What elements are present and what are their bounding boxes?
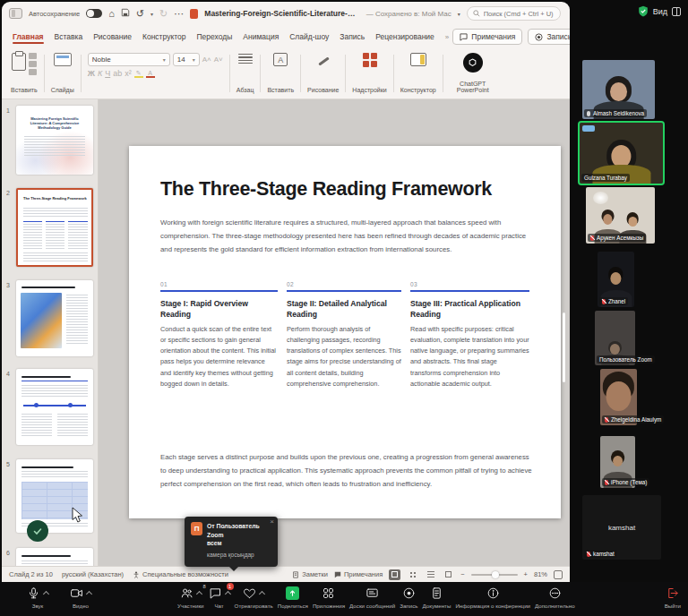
chat-notification[interactable]: × П От Пользователь Zoom всем камера қос…: [185, 517, 278, 567]
record-meeting-button[interactable]: Запись: [400, 586, 417, 609]
chevron-up-icon[interactable]: [43, 591, 49, 597]
comments-statusbar-button[interactable]: Примечания: [334, 570, 383, 578]
highlight-color-icon[interactable]: ✎: [134, 70, 143, 78]
chevron-up-icon[interactable]: [86, 591, 92, 597]
whiteboards-button[interactable]: Доски сообщений: [349, 586, 395, 609]
chevron-up-icon[interactable]: [259, 591, 265, 597]
slide-indicator[interactable]: Слайд 2 из 10: [9, 570, 53, 578]
apps-button[interactable]: Приложения: [313, 586, 345, 609]
saved-status[interactable]: — Сохранено в: Мой Mac: [366, 10, 452, 18]
slide-canvas[interactable]: The Three-Stage Reading Framework Workin…: [99, 99, 570, 566]
tab-slideshow[interactable]: Слайд-шоу: [289, 28, 329, 46]
record-button[interactable]: Запись: [528, 29, 570, 45]
participant-tile[interactable]: iPhone (Тема): [600, 436, 635, 488]
format-painter-icon[interactable]: [29, 69, 37, 75]
participant-tile[interactable]: Almash Seidikenova: [582, 60, 655, 119]
participants-button[interactable]: 8 Участники: [177, 586, 204, 609]
zoom-view-control[interactable]: Вид: [638, 5, 681, 17]
leave-meeting-button[interactable]: Выйти: [665, 586, 681, 609]
zoom-level[interactable]: 81%: [534, 570, 547, 578]
tab-review[interactable]: Рецензирование: [375, 28, 434, 46]
tab-transitions[interactable]: Переходы: [196, 28, 232, 46]
fit-slide-button[interactable]: [554, 570, 563, 579]
accessibility-status[interactable]: Специальные возможности: [133, 570, 228, 578]
chat-button[interactable]: 1 Чат: [209, 586, 230, 609]
cut-icon[interactable]: [29, 53, 37, 59]
slide-thumbnail-2-selected[interactable]: The Three-Stage Reading Framework: [16, 188, 93, 267]
camera-icon: [70, 586, 83, 600]
more-button[interactable]: Дополнительно: [535, 586, 575, 609]
tab-animations[interactable]: Анимация: [243, 28, 279, 46]
zoom-out-button[interactable]: −: [460, 570, 464, 578]
copy-icon[interactable]: [29, 61, 37, 67]
font-name-select[interactable]: Noble▾: [88, 53, 170, 66]
paragraph-group[interactable]: Абзац: [235, 51, 256, 96]
tab-home[interactable]: Главная: [13, 28, 44, 46]
window-controls-icon[interactable]: [9, 8, 22, 19]
tab-overflow-icon[interactable]: »: [445, 33, 449, 41]
saved-caret-icon[interactable]: ▾: [458, 11, 460, 17]
slide-thumbnail-6[interactable]: [16, 548, 93, 566]
zoom-slider[interactable]: [471, 574, 518, 576]
docs-button[interactable]: Документы: [422, 586, 451, 609]
audio-button[interactable]: Звук: [27, 586, 48, 609]
slide-thumbnail-4[interactable]: [16, 369, 93, 445]
font-group: Noble▾ 14▾ A˄ A˅ Ж К Ч ab x² ✎ А: [86, 51, 225, 96]
paste-button[interactable]: [12, 53, 26, 75]
participant-tile[interactable]: Арукен Асемкызы: [586, 187, 655, 244]
presenter-view-button[interactable]: [443, 569, 454, 580]
participant-tile[interactable]: Zhanel: [598, 252, 634, 307]
react-button[interactable]: Отреагировать: [235, 586, 273, 609]
grow-font-icon[interactable]: A˄: [202, 56, 211, 64]
addins-group[interactable]: Надстройки: [350, 51, 388, 96]
undo-icon[interactable]: ↺: [136, 9, 144, 19]
save-icon[interactable]: [121, 8, 130, 19]
share-screen-button[interactable]: Поделиться: [278, 586, 308, 609]
canvas-scrollbar[interactable]: [563, 312, 565, 382]
search-box[interactable]: [467, 6, 561, 21]
shrink-font-icon[interactable]: A˅: [214, 56, 223, 64]
designer-group[interactable]: Конструктор: [399, 51, 438, 96]
superscript-icon[interactable]: x²: [125, 69, 132, 78]
more-icon[interactable]: ⋯: [174, 9, 184, 19]
video-button[interactable]: Видео: [70, 586, 91, 609]
search-input[interactable]: [484, 10, 555, 18]
zoom-slider-knob[interactable]: [492, 571, 499, 578]
language-indicator[interactable]: русский (Казахстан): [62, 570, 124, 578]
insert-group[interactable]: А Вставить: [265, 51, 296, 96]
reading-view-button[interactable]: [425, 569, 436, 580]
bold-button[interactable]: Ж: [88, 69, 95, 78]
strikethrough-icon[interactable]: ab: [113, 69, 122, 78]
close-icon[interactable]: ×: [270, 518, 274, 526]
italic-button[interactable]: К: [98, 69, 102, 78]
chevron-up-icon[interactable]: [225, 591, 231, 597]
participant-tile-camera-off[interactable]: kamshat kamshat: [582, 495, 661, 560]
participant-tile[interactable]: Zhelgeldina Aiaulym: [600, 369, 637, 425]
normal-view-button[interactable]: [389, 569, 400, 580]
thumb2-title: The Three-Stage Reading Framework: [23, 196, 88, 201]
chatgpt-group[interactable]: ChatGPT PowerPoint: [448, 51, 498, 96]
home-icon[interactable]: ⌂: [108, 9, 115, 19]
underline-button[interactable]: Ч: [105, 69, 110, 78]
undo-caret-icon[interactable]: ▾: [150, 11, 153, 17]
tab-design[interactable]: Конструктор: [142, 28, 185, 46]
tab-draw[interactable]: Рисование: [93, 28, 132, 46]
slide-thumbnail-3[interactable]: [16, 280, 93, 356]
participant-tile[interactable]: Пользователь Zoom: [595, 311, 635, 365]
slides-group[interactable]: Слайды: [49, 51, 76, 96]
slide-sorter-view-button[interactable]: [407, 569, 418, 580]
draw-group[interactable]: Рисование: [305, 51, 340, 96]
slide-thumbnail-1[interactable]: Mastering Foreign Scientific Literature:…: [16, 106, 93, 175]
current-slide[interactable]: The Three-Stage Reading Framework Workin…: [129, 146, 561, 518]
tab-record[interactable]: Запись: [340, 28, 365, 46]
notes-button[interactable]: Заметки: [292, 570, 328, 578]
comments-button[interactable]: Примечания: [452, 29, 522, 45]
zoom-in-button[interactable]: +: [524, 570, 528, 578]
chevron-up-icon[interactable]: [196, 591, 202, 597]
font-size-select[interactable]: 14▾: [173, 53, 200, 66]
autosave-toggle[interactable]: [86, 9, 102, 18]
participant-tile-speaking[interactable]: Gulzana Turabay: [580, 123, 663, 184]
font-color-icon[interactable]: А: [146, 70, 155, 78]
meeting-info-button[interactable]: Информация о конференции: [455, 586, 530, 609]
tab-insert[interactable]: Вставка: [55, 28, 83, 46]
